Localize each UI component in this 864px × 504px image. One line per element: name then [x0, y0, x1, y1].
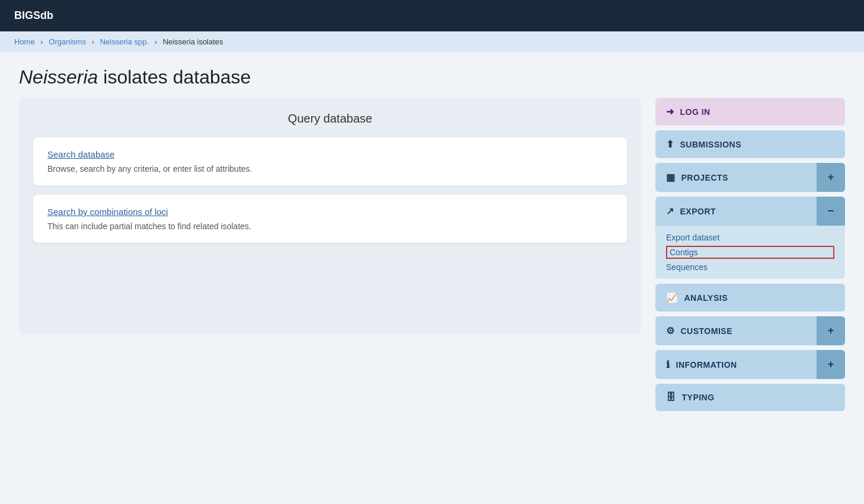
information-title: ℹ INFORMATION [655, 350, 817, 379]
login-button[interactable]: ➜ LOG IN [655, 98, 845, 126]
projects-title: ▦ PROJECTS [655, 163, 817, 192]
page-title: Neisseria isolates database [19, 66, 845, 88]
projects-header[interactable]: ▦ PROJECTS + [655, 163, 845, 192]
information-icon: ℹ [666, 359, 670, 370]
submissions-icon: ⬆ [666, 139, 674, 150]
submissions-button[interactable]: ⬆ SUBMISSIONS [655, 130, 845, 158]
navbar: BIGSdb [0, 0, 864, 31]
contigs-link[interactable]: Contigs [666, 246, 834, 259]
export-header[interactable]: ↗ EXPORT − [655, 197, 845, 226]
search-loci-card: Search by combinations of loci This can … [33, 195, 627, 243]
search-database-desc: Browse, search by any criteria, or enter… [47, 164, 613, 174]
breadcrumb: Home › Organisms › Neisseria spp. › Neis… [0, 31, 864, 52]
information-toggle[interactable]: + [817, 350, 845, 379]
login-icon: ➜ [666, 106, 674, 117]
navbar-brand: BIGSdb [14, 9, 53, 21]
search-loci-link[interactable]: Search by combinations of loci [47, 207, 168, 217]
projects-icon: ▦ [666, 172, 676, 183]
analysis-icon: 📈 [666, 292, 679, 303]
typing-section: 🗄 TYPING [655, 384, 845, 411]
customise-header[interactable]: ⚙ CUSTOMISE + [655, 316, 845, 345]
breadcrumb-sep-1: › [40, 37, 43, 46]
customise-section: ⚙ CUSTOMISE + [655, 316, 845, 345]
analysis-title: 📈 ANALYSIS [655, 284, 845, 312]
right-sidebar: ➜ LOG IN ⬆ SUBMISSIONS ▦ PROJECTS + ↗ [655, 98, 845, 411]
search-database-card: Search database Browse, search by any cr… [33, 137, 627, 185]
export-section: ↗ EXPORT − Export dataset Contigs Sequen… [655, 197, 845, 279]
export-body: Export dataset Contigs Sequences [655, 226, 845, 279]
search-database-link[interactable]: Search database [47, 149, 114, 159]
breadcrumb-organisms[interactable]: Organisms [49, 37, 86, 46]
search-loci-desc: This can include partial matches to find… [47, 221, 613, 231]
customise-title: ⚙ CUSTOMISE [655, 316, 817, 345]
analysis-section: 📈 ANALYSIS [655, 284, 845, 312]
export-title: ↗ EXPORT [655, 197, 817, 226]
login-label: LOG IN [680, 107, 711, 117]
breadcrumb-sep-3: › [155, 37, 157, 46]
breadcrumb-sep-2: › [92, 37, 94, 46]
export-dataset-link[interactable]: Export dataset [666, 233, 834, 242]
information-section: ℹ INFORMATION + [655, 350, 845, 379]
query-title: Query database [33, 112, 627, 126]
typing-header[interactable]: 🗄 TYPING [655, 384, 845, 411]
typing-icon: 🗄 [666, 392, 676, 403]
breadcrumb-current: Neisseria isolates [163, 37, 223, 46]
breadcrumb-neisseria-spp[interactable]: Neisseria spp. [100, 37, 149, 46]
left-panel: Query database Search database Browse, s… [19, 98, 641, 335]
customise-toggle[interactable]: + [817, 316, 845, 345]
projects-section: ▦ PROJECTS + [655, 163, 845, 192]
sequences-link[interactable]: Sequences [666, 262, 834, 272]
page-title-rest: isolates database [98, 66, 251, 88]
information-header[interactable]: ℹ INFORMATION + [655, 350, 845, 379]
analysis-header[interactable]: 📈 ANALYSIS [655, 284, 845, 312]
export-icon: ↗ [666, 206, 674, 217]
submissions-label: SUBMISSIONS [680, 140, 742, 149]
export-toggle[interactable]: − [817, 197, 845, 226]
page-title-italic: Neisseria [19, 66, 98, 88]
projects-toggle[interactable]: + [817, 163, 845, 192]
customise-icon: ⚙ [666, 325, 675, 336]
typing-title: 🗄 TYPING [655, 384, 845, 411]
breadcrumb-home[interactable]: Home [14, 37, 35, 46]
